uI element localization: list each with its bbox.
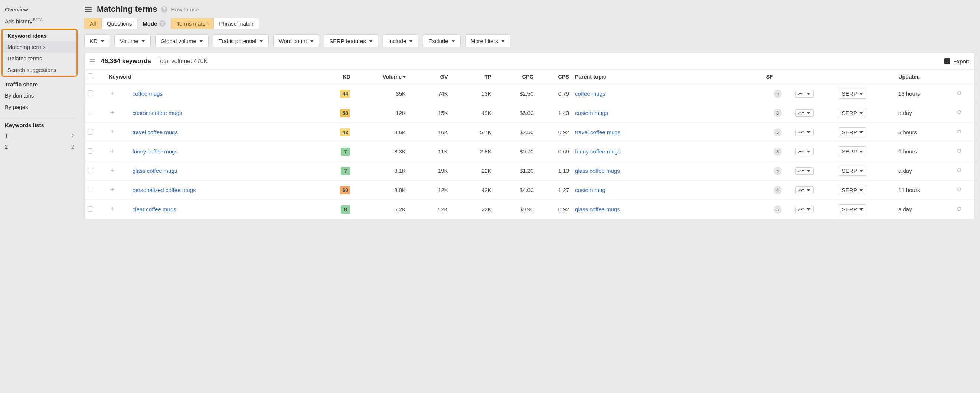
filter-serp-features[interactable]: SERP features	[324, 35, 378, 48]
serp-button[interactable]: SERP	[838, 166, 866, 176]
filter-more[interactable]: More filters	[465, 35, 511, 48]
select-all-checkbox[interactable]	[88, 73, 93, 79]
updated-cell: 9 hours	[896, 142, 953, 161]
filter-include[interactable]: Include	[383, 35, 418, 48]
trend-button[interactable]	[795, 90, 814, 98]
how-to-use-link[interactable]: How to use	[171, 6, 199, 13]
add-keyword-button[interactable]: +	[109, 90, 116, 98]
col-gv[interactable]: GV	[409, 70, 451, 84]
hamburger-icon[interactable]	[85, 7, 92, 12]
add-keyword-button[interactable]: +	[109, 128, 116, 136]
col-volume[interactable]: Volume	[353, 70, 409, 84]
row-checkbox[interactable]	[88, 206, 93, 212]
keyword-link[interactable]: funny coffee mugs	[132, 148, 178, 155]
sidebar-item-overview[interactable]: Overview	[0, 4, 79, 15]
tab-questions[interactable]: Questions	[102, 18, 137, 29]
sidebar-section-traffic-share: Traffic share	[0, 78, 79, 90]
keyword-link[interactable]: clear coffee mugs	[132, 206, 176, 212]
keyword-link[interactable]: custom coffee mugs	[132, 110, 182, 116]
serp-button[interactable]: SERP	[838, 204, 866, 214]
keyword-link[interactable]: coffee mugs	[132, 90, 162, 97]
trend-button[interactable]	[795, 206, 814, 213]
row-checkbox[interactable]	[88, 129, 93, 135]
row-checkbox[interactable]	[88, 187, 93, 192]
sf-badge[interactable]: 4	[773, 186, 782, 194]
trend-button[interactable]	[795, 148, 814, 155]
col-updated[interactable]: Updated	[896, 70, 953, 84]
total-volume: Total volume: 470K	[157, 58, 207, 65]
sidebar-list-item[interactable]: 2 2	[0, 141, 79, 152]
refresh-icon[interactable]	[956, 206, 962, 212]
row-checkbox[interactable]	[88, 168, 93, 173]
sf-badge[interactable]: 5	[773, 90, 782, 98]
filter-volume[interactable]: Volume	[115, 35, 151, 48]
filter-global-volume[interactable]: Global volume	[155, 35, 208, 48]
filter-word-count[interactable]: Word count	[273, 35, 319, 48]
sidebar-item-by-domains[interactable]: By domains	[0, 90, 79, 101]
sidebar-item-ads-history[interactable]: Ads historyBETA	[0, 15, 79, 27]
col-tp[interactable]: TP	[451, 70, 495, 84]
help-icon[interactable]: ?	[159, 21, 165, 27]
filter-exclude[interactable]: Exclude	[423, 35, 460, 48]
add-keyword-button[interactable]: +	[109, 167, 116, 174]
col-sf[interactable]: SF	[763, 70, 792, 84]
sf-badge[interactable]: 5	[773, 167, 782, 175]
sidebar-item-matching-terms[interactable]: Matching terms	[3, 41, 76, 53]
serp-button[interactable]: SERP	[838, 108, 866, 118]
sidebar-item-search-suggestions[interactable]: Search suggestions	[3, 64, 76, 76]
filter-traffic-potential[interactable]: Traffic potential	[213, 35, 269, 48]
tab-terms-match[interactable]: Terms match	[171, 18, 214, 29]
trend-icon	[799, 130, 804, 134]
parent-topic-link[interactable]: funny coffee mugs	[575, 148, 620, 155]
refresh-icon[interactable]	[956, 128, 962, 135]
add-keyword-button[interactable]: +	[109, 109, 116, 117]
row-checkbox[interactable]	[88, 148, 93, 154]
add-keyword-button[interactable]: +	[109, 148, 116, 155]
add-keyword-button[interactable]: +	[109, 206, 116, 213]
main-content: Matching terms ? How to use All Question…	[79, 0, 980, 393]
row-checkbox[interactable]	[88, 90, 93, 96]
refresh-icon[interactable]	[956, 109, 962, 115]
keyword-link[interactable]: glass coffee mugs	[132, 168, 177, 174]
serp-button[interactable]: SERP	[838, 127, 866, 137]
parent-topic-link[interactable]: travel coffee mugs	[575, 129, 620, 135]
refresh-icon[interactable]	[956, 148, 962, 154]
refresh-icon[interactable]	[956, 167, 962, 173]
col-cps[interactable]: CPS	[536, 70, 572, 84]
refresh-icon[interactable]	[956, 90, 962, 96]
keyword-link[interactable]: personalized coffee mugs	[132, 187, 196, 193]
trend-button[interactable]	[795, 109, 814, 117]
trend-button[interactable]	[795, 128, 814, 136]
sf-badge[interactable]: 3	[773, 147, 782, 156]
row-checkbox[interactable]	[88, 110, 93, 115]
add-keyword-button[interactable]: +	[109, 187, 116, 194]
sidebar-item-related-terms[interactable]: Related terms	[3, 53, 76, 64]
col-cpc[interactable]: CPC	[495, 70, 537, 84]
keyword-link[interactable]: travel coffee mugs	[132, 129, 178, 135]
sf-badge[interactable]: 5	[773, 128, 782, 136]
serp-button[interactable]: SERP	[838, 89, 866, 98]
tab-phrase-match[interactable]: Phrase match	[214, 18, 259, 29]
filter-kd[interactable]: KD	[84, 35, 110, 48]
tab-all[interactable]: All	[84, 18, 102, 29]
serp-button[interactable]: SERP	[838, 185, 866, 195]
sf-badge[interactable]: 5	[773, 205, 782, 214]
sidebar-item-by-pages[interactable]: By pages	[0, 101, 79, 113]
columns-icon[interactable]	[90, 59, 95, 63]
parent-topic-link[interactable]: custom mug	[575, 187, 605, 193]
serp-button[interactable]: SERP	[838, 146, 866, 157]
trend-button[interactable]	[795, 167, 814, 174]
parent-topic-link[interactable]: custom mugs	[575, 110, 608, 116]
help-icon[interactable]: ?	[161, 6, 167, 13]
col-kd[interactable]: KD	[320, 70, 353, 84]
col-keyword[interactable]: Keyword	[106, 70, 320, 84]
parent-topic-link[interactable]: coffee mugs	[575, 90, 605, 97]
sidebar-list-item[interactable]: 1 2	[0, 130, 79, 141]
parent-topic-link[interactable]: glass coffee mugs	[575, 168, 620, 174]
sf-badge[interactable]: 3	[773, 109, 782, 117]
col-parent[interactable]: Parent topic	[572, 70, 763, 84]
refresh-icon[interactable]	[956, 187, 962, 192]
trend-button[interactable]	[795, 187, 814, 194]
parent-topic-link[interactable]: glass coffee mugs	[575, 206, 620, 212]
export-button[interactable]: ↓ Export	[944, 58, 969, 65]
